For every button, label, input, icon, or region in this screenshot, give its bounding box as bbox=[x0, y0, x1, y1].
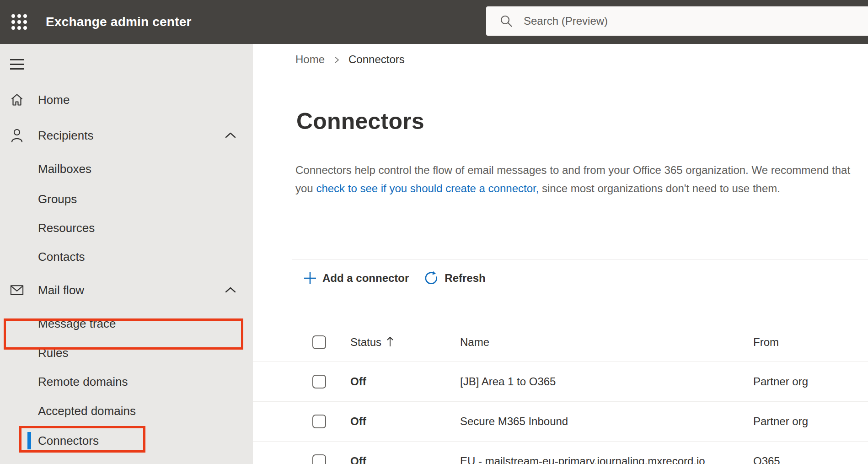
toolbar: Add a connector Refresh bbox=[304, 266, 486, 290]
breadcrumb-home-link[interactable]: Home bbox=[295, 53, 325, 66]
sidebar-item-resources[interactable]: Resources bbox=[0, 213, 253, 243]
sidebar-item-label: Home bbox=[38, 93, 70, 107]
search-input[interactable] bbox=[524, 15, 844, 27]
connectors-table: Status Name From Off [JB] Area 1 to O bbox=[253, 323, 868, 464]
selection-indicator bbox=[27, 432, 31, 449]
hamburger-menu-button[interactable] bbox=[10, 55, 28, 73]
main-content: Home Connectors Connectors Connectors he… bbox=[253, 44, 868, 464]
chevron-up-icon bbox=[225, 285, 236, 296]
plus-icon bbox=[304, 271, 316, 285]
row-from: O365 bbox=[753, 455, 868, 464]
sidebar-item-label: Message trace bbox=[38, 317, 116, 331]
app-title: Exchange admin center bbox=[46, 0, 192, 44]
sidebar-item-accepted-domains[interactable]: Accepted domains bbox=[0, 396, 253, 426]
column-header-label: Name bbox=[460, 336, 489, 349]
page-description: Connectors help control the flow of emai… bbox=[295, 161, 854, 198]
row-select-cell bbox=[312, 454, 350, 464]
table-header-row: Status Name From bbox=[253, 323, 868, 362]
sidebar-item-label: Mail flow bbox=[38, 283, 84, 297]
row-name: EU - mailstream-eu-primary.journaling.mx… bbox=[460, 455, 753, 464]
sidebar-item-message-trace[interactable]: Message trace bbox=[0, 309, 253, 338]
breadcrumb: Home Connectors bbox=[295, 53, 405, 66]
home-icon bbox=[10, 92, 24, 107]
sidebar-item-home[interactable]: Home bbox=[0, 85, 253, 114]
row-select-cell bbox=[312, 375, 350, 388]
sidebar-item-groups[interactable]: Groups bbox=[0, 184, 253, 214]
refresh-icon bbox=[424, 271, 439, 286]
top-app-bar: Exchange admin center bbox=[0, 0, 868, 44]
row-checkbox[interactable] bbox=[312, 454, 326, 464]
column-header-name[interactable]: Name bbox=[460, 336, 753, 349]
sidebar-item-rules[interactable]: Rules bbox=[0, 338, 253, 367]
add-connector-label: Add a connector bbox=[322, 272, 409, 285]
search-icon bbox=[499, 14, 514, 28]
row-status: Off bbox=[350, 375, 460, 388]
sidebar-item-mailboxes[interactable]: Mailboxes bbox=[0, 154, 253, 183]
breadcrumb-current: Connectors bbox=[348, 53, 405, 66]
app-launcher-button[interactable] bbox=[6, 8, 32, 36]
table-row[interactable]: Off [JB] Area 1 to O365 Partner org bbox=[253, 362, 868, 402]
sidebar-item-remote-domains[interactable]: Remote domains bbox=[0, 367, 253, 396]
table-row[interactable]: Off Secure M365 Inbound Partner org bbox=[253, 402, 868, 442]
row-checkbox[interactable] bbox=[312, 375, 326, 388]
description-text-after: since most organizations don't need to u… bbox=[539, 182, 780, 194]
column-header-label: From bbox=[753, 336, 779, 349]
sidebar-item-mail-flow[interactable]: Mail flow bbox=[0, 275, 253, 305]
page-title: Connectors bbox=[296, 108, 424, 135]
column-header-from[interactable]: From bbox=[753, 336, 868, 349]
sidebar-item-label: Remote domains bbox=[38, 375, 128, 389]
sidebar-nav: Home Recipients Mailboxes Groups Resourc… bbox=[0, 44, 253, 464]
sidebar-item-label: Rules bbox=[38, 346, 68, 360]
row-from: Partner org bbox=[753, 375, 868, 388]
waffle-icon bbox=[11, 14, 27, 30]
select-all-cell bbox=[312, 335, 350, 349]
column-header-label: Status bbox=[350, 336, 381, 349]
row-select-cell bbox=[312, 415, 350, 428]
row-name: Secure M365 Inbound bbox=[460, 415, 753, 428]
mail-icon bbox=[10, 283, 24, 297]
sidebar-item-label: Resources bbox=[38, 221, 95, 235]
chevron-up-icon bbox=[225, 130, 236, 141]
sidebar-item-recipients[interactable]: Recipients bbox=[0, 121, 253, 150]
row-checkbox[interactable] bbox=[312, 415, 326, 428]
toolbar-divider bbox=[292, 259, 868, 259]
add-connector-button[interactable]: Add a connector bbox=[304, 271, 409, 285]
refresh-button[interactable]: Refresh bbox=[424, 271, 485, 286]
column-header-status[interactable]: Status bbox=[350, 336, 460, 349]
row-status: Off bbox=[350, 415, 460, 428]
sidebar-item-label: Mailboxes bbox=[38, 162, 91, 176]
hamburger-icon bbox=[10, 59, 28, 70]
sidebar-item-connectors[interactable]: Connectors bbox=[0, 426, 253, 455]
chevron-right-icon bbox=[333, 55, 340, 65]
sort-ascending-icon bbox=[386, 336, 394, 348]
sidebar-item-label: Contacts bbox=[38, 250, 85, 264]
sidebar-item-label: Connectors bbox=[38, 434, 99, 448]
select-all-checkbox[interactable] bbox=[312, 335, 326, 349]
row-from: Partner org bbox=[753, 415, 868, 428]
person-icon bbox=[10, 128, 24, 143]
row-status: Off bbox=[350, 455, 460, 464]
sidebar-item-label: Groups bbox=[38, 192, 77, 206]
sidebar-item-label: Recipients bbox=[38, 129, 93, 143]
search-box[interactable] bbox=[486, 6, 868, 36]
refresh-label: Refresh bbox=[445, 272, 485, 285]
row-name: [JB] Area 1 to O365 bbox=[460, 375, 753, 388]
create-connector-link[interactable]: check to see if you should create a conn… bbox=[316, 182, 539, 194]
sidebar-item-label: Accepted domains bbox=[38, 404, 136, 418]
table-row[interactable]: Off EU - mailstream-eu-primary.journalin… bbox=[253, 442, 868, 464]
sidebar-item-contacts[interactable]: Contacts bbox=[0, 242, 253, 271]
